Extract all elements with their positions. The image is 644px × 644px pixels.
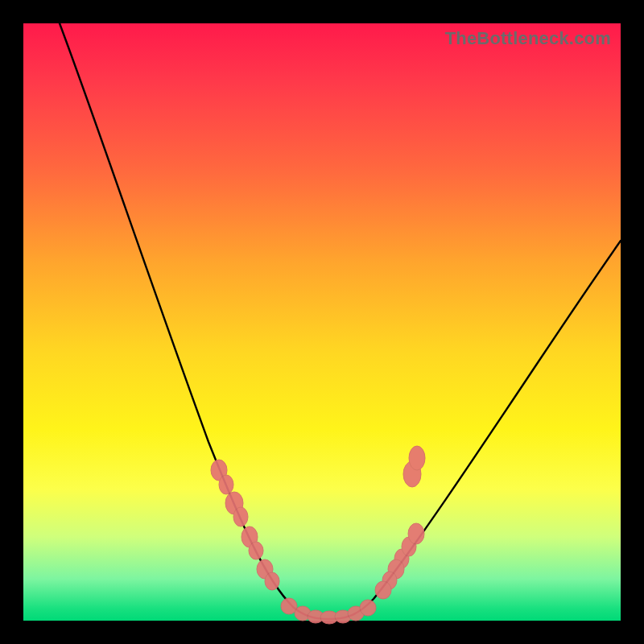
svg-point-1 xyxy=(219,475,233,494)
plot-area: TheBottleneck.com xyxy=(23,23,621,621)
svg-point-5 xyxy=(249,542,263,559)
svg-point-18 xyxy=(375,581,391,599)
svg-point-7 xyxy=(265,572,279,590)
svg-point-14 xyxy=(360,600,376,616)
right-marker-cluster xyxy=(375,446,425,599)
left-marker-cluster xyxy=(211,460,279,590)
chart-frame: TheBottleneck.com xyxy=(0,0,644,644)
bottleneck-curve xyxy=(60,23,621,619)
svg-point-22 xyxy=(409,446,425,470)
chart-overlay xyxy=(23,23,621,621)
svg-point-20 xyxy=(408,523,424,544)
floor-marker-cluster xyxy=(281,598,376,624)
svg-point-3 xyxy=(233,507,248,526)
